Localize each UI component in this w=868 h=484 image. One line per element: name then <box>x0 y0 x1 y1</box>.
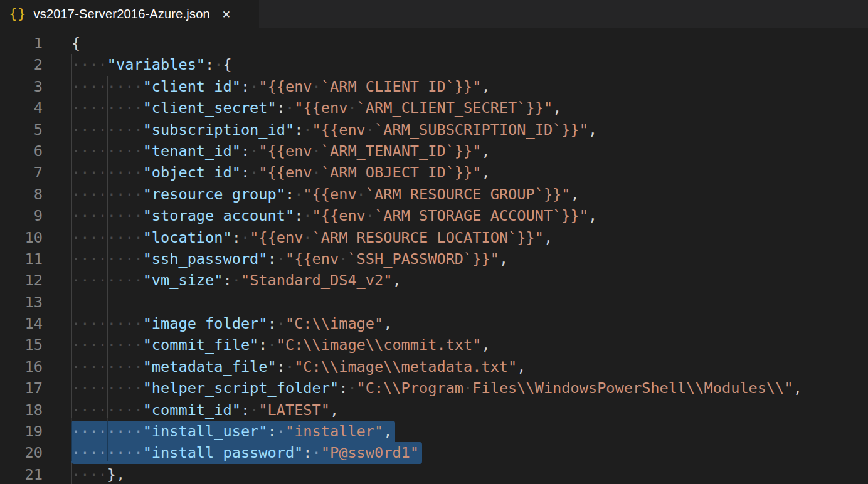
line-number[interactable]: 6 <box>0 140 43 162</box>
whitespace-dots: · <box>366 207 374 224</box>
json-string-value: "C:\\image\\metadata.txt" <box>294 358 517 376</box>
code-line[interactable]: 17········"helper_script_folder":·"C:\\P… <box>0 377 868 399</box>
line-number[interactable]: 21 <box>0 464 43 484</box>
whitespace-dots: · <box>277 423 285 440</box>
code-line[interactable]: 16········"metadata_file":·"C:\\image\\m… <box>0 356 868 377</box>
code-line[interactable]: 18········"commit_id":·"LATEST", <box>0 399 868 421</box>
json-punctuation: , <box>517 358 526 376</box>
whitespace-dots: · <box>214 56 223 73</box>
line-number[interactable]: 5 <box>0 119 43 140</box>
line-number[interactable]: 20 <box>0 442 43 463</box>
selection-highlight: ········"install_user":·"installer", <box>71 421 395 442</box>
whitespace-dots: · <box>366 121 374 139</box>
code-line[interactable]: 1{ <box>0 33 868 54</box>
code-line[interactable]: 7········"object_id":·"{{env·`ARM_OBJECT… <box>0 162 868 183</box>
whitespace-dots: · <box>312 164 321 181</box>
line-number[interactable]: 10 <box>0 227 43 248</box>
code-line-text: ····"variables":·{ <box>43 54 232 75</box>
code-line[interactable]: 3········"client_id":·"{{env·`ARM_CLIENT… <box>0 76 868 97</box>
code-line-text: ········"subscription_id":·"{{env·`ARM_S… <box>43 119 597 140</box>
code-line[interactable]: 15········"commit_file":·"C:\\image\\com… <box>0 334 868 355</box>
code-line[interactable]: 14········"image_folder":·"C:\\image", <box>0 313 868 334</box>
whitespace-dots: · <box>250 142 258 160</box>
line-number[interactable]: 7 <box>0 162 43 183</box>
whitespace-dots: · <box>268 336 277 354</box>
json-key: "subscription_id" <box>143 121 294 139</box>
code-line-text: ········"commit_file":·"C:\\image\\commi… <box>43 334 490 355</box>
code-editor[interactable]: 1{2····"variables":·{3········"client_id… <box>0 28 868 484</box>
json-punctuation: , <box>588 207 597 224</box>
json-string-value: "{{env <box>258 78 312 95</box>
line-number[interactable]: 14 <box>0 313 43 334</box>
selection-highlight: ········"install_password":·"P@ssw0rd1" <box>71 442 422 463</box>
code-line[interactable]: 13 <box>0 292 868 313</box>
code-line[interactable]: 11········"ssh_password":·"{{env·`SSH_PA… <box>0 248 868 270</box>
editor-tab[interactable]: {} vs2017-Server2016-Azure.json ✕ <box>0 0 259 28</box>
json-string-value: "P@ssw0rd1" <box>321 444 419 461</box>
code-line-text: ········"vm_size":·"Standard_DS4_v2", <box>43 270 401 291</box>
code-line[interactable]: 5········"subscription_id":·"{{env·`ARM_… <box>0 119 868 140</box>
json-punctuation: , <box>588 121 597 139</box>
close-icon[interactable]: ✕ <box>222 8 231 21</box>
json-punctuation: , <box>392 271 401 289</box>
line-number[interactable]: 3 <box>0 76 43 97</box>
line-number[interactable]: 17 <box>0 377 43 399</box>
whitespace-dots: · <box>241 229 250 246</box>
code-line[interactable]: 2····"variables":·{ <box>0 54 868 75</box>
json-punctuation: , <box>481 142 490 160</box>
whitespace-dots: · <box>357 186 366 203</box>
code-line[interactable]: 10········"location":·"{{env·`ARM_RESOUR… <box>0 227 868 248</box>
line-number[interactable]: 18 <box>0 399 43 421</box>
json-punctuation: { <box>71 34 80 52</box>
indent-guide-selection-segment <box>107 418 108 461</box>
line-number[interactable]: 9 <box>0 205 43 226</box>
json-punctuation: , <box>481 336 490 354</box>
json-punctuation: , <box>330 401 339 419</box>
json-punctuation: : <box>241 78 250 95</box>
code-line[interactable]: 6········"tenant_id":·"{{env·`ARM_TENANT… <box>0 140 868 162</box>
line-number[interactable]: 11 <box>0 248 43 270</box>
whitespace-dots: ········ <box>71 271 143 289</box>
json-punctuation: : <box>241 142 250 160</box>
json-punctuation: : <box>294 121 303 139</box>
line-number[interactable]: 19 <box>0 421 43 442</box>
code-line[interactable]: 9········"storage_account":·"{{env·`ARM_… <box>0 205 868 226</box>
line-number[interactable]: 4 <box>0 97 43 118</box>
json-punctuation: , <box>499 250 508 268</box>
json-string-value: `ARM_RESOURCE_LOCATION`}}" <box>312 229 544 246</box>
line-number[interactable]: 2 <box>0 54 43 75</box>
whitespace-dots: · <box>347 379 356 397</box>
line-number[interactable]: 12 <box>0 270 43 291</box>
json-string-value: `ARM_SUBSCRIPTION_ID`}}" <box>374 121 588 139</box>
code-line[interactable]: 21····}, <box>0 464 868 484</box>
json-key: "client_id" <box>143 78 241 95</box>
json-key: "storage_account" <box>143 207 294 224</box>
code-line-text: ········"client_id":·"{{env·`ARM_CLIENT_… <box>43 76 490 97</box>
code-line-text: ········"storage_account":·"{{env·`ARM_S… <box>43 205 597 226</box>
json-punctuation: , <box>571 186 580 203</box>
json-punctuation: , <box>383 423 392 440</box>
code-line[interactable]: 19········"install_user":·"installer", <box>0 421 868 442</box>
code-line[interactable]: 20········"install_password":·"P@ssw0rd1… <box>0 442 868 463</box>
line-number[interactable]: 13 <box>0 292 43 313</box>
line-number[interactable]: 16 <box>0 356 43 377</box>
code-line[interactable]: 4········"client_secret":·"{{env·`ARM_CL… <box>0 97 868 118</box>
json-string-value: "C:\\Program <box>357 379 463 397</box>
json-punctuation: : <box>285 186 294 203</box>
json-string-value: `ARM_STORAGE_ACCOUNT`}}" <box>374 207 588 224</box>
json-key: "commit_file" <box>143 336 259 354</box>
json-key: "image_folder" <box>143 315 268 332</box>
code-line-text: ········"install_user":·"installer", <box>43 421 395 442</box>
whitespace-dots: · <box>277 250 285 268</box>
json-string-value: "{{env <box>312 207 366 224</box>
whitespace-dots: ········ <box>71 164 143 181</box>
line-number[interactable]: 8 <box>0 184 43 205</box>
whitespace-dots: ········ <box>71 379 143 397</box>
json-key: "location" <box>143 229 232 246</box>
line-number[interactable]: 1 <box>0 33 43 54</box>
line-number[interactable]: 15 <box>0 334 43 355</box>
json-punctuation: : <box>258 336 267 354</box>
code-line[interactable]: 12········"vm_size":·"Standard_DS4_v2", <box>0 270 868 291</box>
code-line[interactable]: 8········"resource_group":·"{{env·`ARM_R… <box>0 184 868 205</box>
json-string-value: "{{env <box>285 250 339 268</box>
